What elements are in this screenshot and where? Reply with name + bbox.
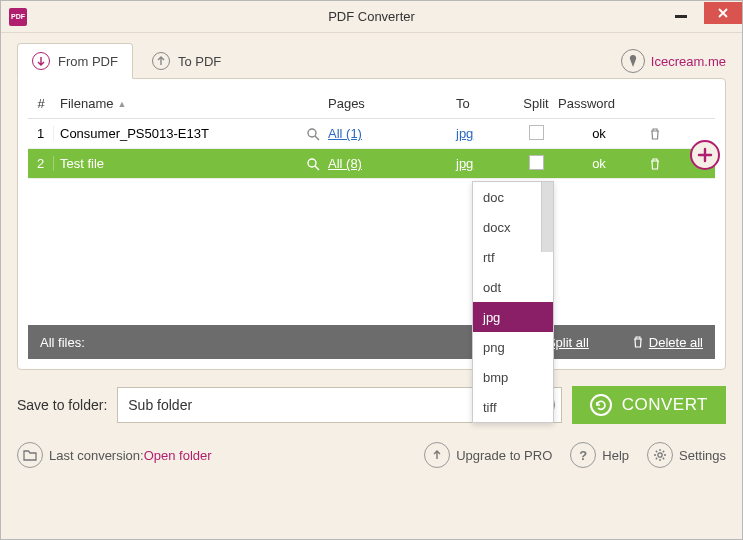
upgrade-icon	[424, 442, 450, 468]
dropdown-option-tiff[interactable]: tiff	[473, 392, 553, 422]
row-to[interactable]: jpg	[456, 156, 514, 171]
dropdown-option-jpg[interactable]: jpg	[473, 302, 553, 332]
row-delete[interactable]	[640, 127, 670, 141]
row-password: ok	[558, 156, 640, 171]
header-split[interactable]: Split	[514, 96, 558, 111]
to-pdf-icon	[152, 52, 170, 70]
row-password: ok	[558, 126, 640, 141]
help-icon: ?	[570, 442, 596, 468]
split-checkbox[interactable]	[529, 155, 544, 170]
brand-link[interactable]: Icecream.me	[621, 49, 726, 73]
footer: Last conversion: Open folder Upgrade to …	[1, 424, 742, 486]
sort-asc-icon: ▲	[117, 99, 126, 109]
row-num: 2	[28, 156, 54, 171]
svg-point-0	[308, 129, 316, 137]
title-bar: PDF PDF Converter	[1, 1, 742, 33]
icecream-icon	[621, 49, 645, 73]
gear-icon	[647, 442, 673, 468]
save-row: Save to folder: CONVERT	[1, 370, 742, 424]
dropdown-scrollbar[interactable]	[541, 182, 553, 252]
main-panel: # Filename ▲ Pages To Split Password 1 C…	[17, 78, 726, 370]
header-num[interactable]: #	[28, 96, 54, 111]
app-window: PDF PDF Converter From PDF To PDF	[0, 0, 743, 540]
from-pdf-icon	[32, 52, 50, 70]
table-empty-area	[28, 179, 715, 325]
folder-icon	[17, 442, 43, 468]
tab-to-pdf-label: To PDF	[178, 54, 221, 69]
all-files-label: All files:	[40, 335, 85, 350]
svg-point-2	[658, 453, 662, 457]
row-split[interactable]	[514, 155, 558, 173]
window-controls	[662, 10, 742, 24]
close-button[interactable]	[704, 2, 742, 24]
row-filename: Test file	[54, 156, 328, 171]
add-file-button[interactable]	[690, 140, 720, 170]
brand-label: Icecream.me	[651, 54, 726, 69]
row-num: 1	[28, 126, 54, 141]
header-filename[interactable]: Filename ▲	[54, 96, 328, 111]
row-split[interactable]	[514, 125, 558, 143]
open-folder-link[interactable]: Open folder	[144, 448, 212, 463]
split-checkbox[interactable]	[529, 125, 544, 140]
tab-row: From PDF To PDF Icecream.me	[1, 33, 742, 79]
last-conversion[interactable]: Last conversion: Open folder	[17, 442, 212, 468]
row-pages[interactable]: All (8)	[328, 156, 456, 171]
dropdown-option-bmp[interactable]: bmp	[473, 362, 553, 392]
row-delete[interactable]	[640, 157, 670, 171]
tab-from-pdf[interactable]: From PDF	[17, 43, 133, 79]
last-conversion-prefix: Last conversion:	[49, 448, 144, 463]
window-title: PDF Converter	[328, 9, 415, 24]
file-table: # Filename ▲ Pages To Split Password 1 C…	[28, 89, 715, 359]
all-files-bar: All files: Split all Delete all	[28, 325, 715, 359]
header-password[interactable]: Password	[558, 96, 640, 111]
tab-from-pdf-label: From PDF	[58, 54, 118, 69]
table-row[interactable]: 1 Consumer_PS5013-E13T All (1) jpg ok	[28, 119, 715, 149]
save-folder-input[interactable]	[128, 397, 530, 413]
dropdown-option-odt[interactable]: odt	[473, 272, 553, 302]
minimize-button[interactable]	[662, 2, 700, 24]
table-header: # Filename ▲ Pages To Split Password	[28, 89, 715, 119]
delete-all-button[interactable]: Delete all	[631, 335, 703, 350]
help-button[interactable]: ? Help	[570, 442, 629, 468]
header-to[interactable]: To	[456, 96, 514, 111]
save-to-label: Save to folder:	[17, 397, 107, 413]
convert-icon	[590, 394, 612, 416]
row-pages[interactable]: All (1)	[328, 126, 456, 141]
row-filename: Consumer_PS5013-E13T	[54, 126, 328, 141]
tab-to-pdf[interactable]: To PDF	[137, 43, 236, 79]
format-dropdown[interactable]: doc docx rtf odt jpg png bmp tiff	[472, 181, 554, 423]
table-row[interactable]: 2 Test file All (8) jpg ok	[28, 149, 715, 179]
settings-button[interactable]: Settings	[647, 442, 726, 468]
svg-point-1	[308, 159, 316, 167]
row-to[interactable]: jpg	[456, 126, 514, 141]
convert-label: CONVERT	[622, 395, 708, 415]
header-pages[interactable]: Pages	[328, 96, 456, 111]
upgrade-button[interactable]: Upgrade to PRO	[424, 442, 552, 468]
dropdown-option-png[interactable]: png	[473, 332, 553, 362]
app-icon: PDF	[9, 8, 27, 26]
preview-icon[interactable]	[306, 127, 320, 141]
preview-icon[interactable]	[306, 157, 320, 171]
convert-button[interactable]: CONVERT	[572, 386, 726, 424]
